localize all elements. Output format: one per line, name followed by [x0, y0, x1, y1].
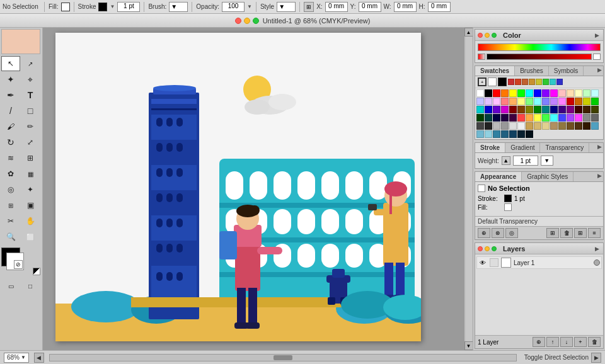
no-color-btn[interactable]: ⊘ — [14, 260, 23, 269]
weight-input[interactable] — [513, 156, 538, 166]
pen-tool-btn[interactable]: ✒ — [1, 88, 20, 103]
swatch-cell[interactable] — [583, 114, 591, 122]
eyedropper-btn[interactable]: ✦ — [21, 182, 40, 197]
swatch-cell[interactable] — [558, 114, 566, 122]
swatch-cell[interactable] — [583, 106, 591, 113]
swatch-cell[interactable] — [501, 89, 509, 97]
black-swatch[interactable] — [498, 77, 507, 86]
swatch-cell[interactable] — [501, 106, 509, 113]
swatch-cell[interactable] — [526, 114, 533, 122]
opacity-arrow[interactable]: ▼ — [247, 4, 252, 9]
h-input[interactable]: 0 mm — [428, 2, 451, 12]
swatch-cell[interactable] — [485, 89, 492, 97]
y-input[interactable]: 0 mm — [359, 2, 381, 12]
swatch-cell[interactable] — [542, 122, 550, 130]
layer-lock-btn[interactable] — [490, 258, 498, 267]
layers-min[interactable] — [485, 246, 490, 251]
swatch-cell[interactable] — [567, 98, 574, 105]
swatch-cell[interactable] — [501, 130, 509, 138]
brush-dropdown[interactable]: ▼ — [169, 2, 188, 12]
toggle-arrow-btn[interactable]: ▶ — [591, 353, 601, 363]
swatch-cell[interactable] — [591, 106, 599, 113]
swatch-cell[interactable] — [583, 98, 591, 105]
swatch-cell[interactable] — [542, 106, 550, 113]
swatch-cell[interactable] — [529, 79, 535, 85]
swatch-cell[interactable] — [493, 114, 500, 122]
swatch-cell[interactable] — [485, 98, 492, 105]
color-gradient-bar[interactable] — [487, 54, 592, 60]
color-spectrum[interactable] — [478, 43, 601, 51]
zoom-tool-btn[interactable]: 🔍 — [1, 229, 20, 244]
color-panel-max[interactable] — [492, 33, 497, 38]
swatches-menu[interactable]: ▶ — [596, 66, 603, 74]
type-tool-btn[interactable]: T — [21, 88, 40, 103]
tab-swatches[interactable]: Swatches — [475, 66, 515, 76]
stroke-menu[interactable]: ▶ — [596, 143, 603, 151]
swatch-cell[interactable] — [583, 89, 591, 97]
canvas-right-scrollbar[interactable]: ▲ ▼ — [464, 28, 473, 350]
swatch-cell[interactable] — [543, 79, 549, 85]
swatch-cell[interactable] — [558, 89, 566, 97]
app-link-btn[interactable]: ⊕ — [478, 228, 490, 238]
maximize-button[interactable] — [253, 18, 259, 24]
stroke-appearance-swatch[interactable] — [504, 195, 512, 202]
layers-close[interactable] — [478, 246, 483, 251]
scissors-tool-btn[interactable]: ✂ — [1, 213, 20, 229]
column-chart-btn[interactable]: ▦ — [21, 166, 40, 181]
swatch-cell[interactable] — [575, 114, 582, 122]
app-delete-btn[interactable]: 🗑 — [560, 228, 573, 238]
pencil-tool-btn[interactable]: ✏ — [21, 119, 40, 134]
scroll-down-arrow[interactable]: ▼ — [464, 341, 473, 350]
swatch-cell[interactable] — [567, 106, 574, 113]
appearance-menu[interactable]: ▶ — [596, 172, 603, 179]
swatch-cell[interactable] — [550, 122, 558, 130]
app-fx-btn[interactable]: ⊗ — [492, 228, 504, 238]
swatch-cell[interactable] — [485, 114, 492, 122]
swatch-cell[interactable] — [567, 122, 574, 130]
swatch-cell[interactable] — [567, 114, 574, 122]
swatch-cell[interactable] — [526, 89, 533, 97]
artboard-tool-btn[interactable]: ⬜ — [21, 229, 40, 244]
fill-appearance-swatch[interactable] — [504, 203, 512, 211]
hand-tool-btn[interactable]: ✋ — [21, 213, 40, 229]
symbol-tool-btn[interactable]: ✿ — [1, 166, 20, 181]
nav-prev-btn[interactable]: ◀ — [34, 353, 44, 363]
swatch-cell[interactable] — [526, 106, 533, 113]
swatch-cell[interactable] — [522, 79, 528, 85]
white-swatch[interactable] — [488, 77, 497, 86]
mesh-btn[interactable]: ⊞ — [1, 198, 20, 213]
scroll-up-arrow[interactable]: ▲ — [464, 28, 473, 37]
app-menu-btn[interactable]: ≡ — [588, 228, 601, 238]
lasso-tool-btn[interactable]: ⌖ — [21, 72, 40, 87]
swatch-cell[interactable] — [591, 114, 599, 122]
swatch-cell[interactable] — [534, 98, 541, 105]
scale-tool-btn[interactable]: ⤢ — [21, 135, 40, 150]
style-dropdown[interactable]: ▼ — [277, 2, 296, 12]
layer-locate-btn[interactable]: ⊕ — [533, 337, 545, 347]
swatch-cell[interactable] — [476, 89, 484, 97]
swatch-cell[interactable] — [493, 98, 500, 105]
swatch-cell[interactable] — [476, 122, 484, 130]
close-button[interactable] — [235, 18, 241, 24]
weight-stepper-up[interactable]: ▲ — [502, 156, 510, 165]
layer-visibility-toggle[interactable]: 👁 — [478, 258, 487, 267]
swatch-cell[interactable] — [534, 89, 541, 97]
opacity-input[interactable]: 100 — [222, 2, 245, 12]
weight-dropdown[interactable]: ▼ — [541, 156, 553, 166]
swatch-cell[interactable] — [558, 122, 566, 130]
swatch-cell[interactable] — [550, 89, 558, 97]
minimize-button[interactable] — [244, 18, 250, 24]
tab-transparency[interactable]: Transparency — [540, 143, 589, 152]
swatch-cell[interactable] — [517, 130, 525, 138]
swatch-cell[interactable] — [550, 106, 558, 113]
swatch-cell[interactable] — [476, 106, 484, 113]
swatch-cell[interactable] — [501, 114, 509, 122]
warp-tool-btn[interactable]: ≋ — [1, 151, 20, 166]
swatch-cell[interactable] — [517, 122, 525, 130]
swatch-cell[interactable] — [550, 79, 556, 85]
layers-menu[interactable]: ▶ — [593, 245, 601, 253]
paintbrush-tool-btn[interactable]: 🖌 — [1, 119, 20, 134]
swatch-cell[interactable] — [591, 98, 599, 105]
fill-swatch-toolbar[interactable] — [61, 3, 70, 11]
rotate-tool-btn[interactable]: ↻ — [1, 135, 20, 150]
